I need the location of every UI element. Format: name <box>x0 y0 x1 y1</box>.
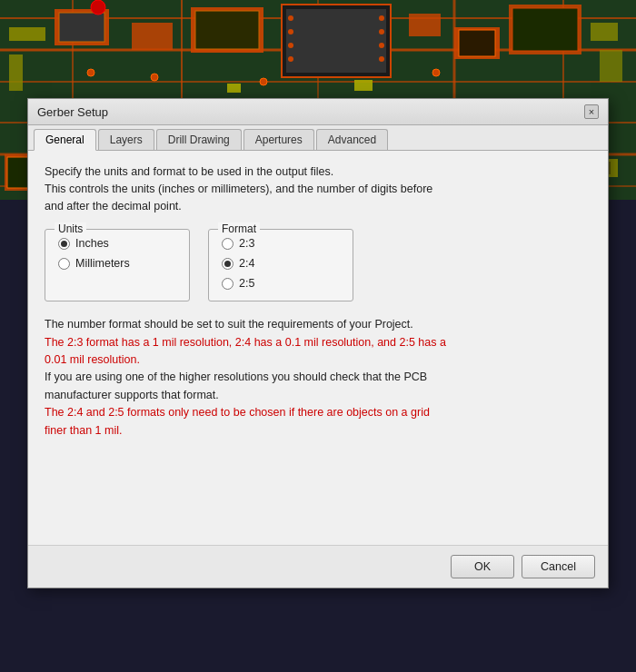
info-line-7: finer than 1 mil. <box>45 422 591 440</box>
format-2-3-label: 2:3 <box>239 237 254 250</box>
dialog-titlebar: Gerber Setup × <box>28 99 608 125</box>
svg-point-39 <box>91 0 105 15</box>
tabs-bar: General Layers Drill Drawing Apertures A… <box>28 125 608 151</box>
millimeters-label: Millimeters <box>75 257 130 270</box>
info-line-1: The number format should be set to suit … <box>45 316 591 333</box>
units-group: Units Inches Millimeters <box>45 229 190 301</box>
format-2-5-label: 2:5 <box>239 277 254 290</box>
info-line-6: The 2:4 and 2:5 formats only need to be … <box>45 404 591 421</box>
pcb-background-top <box>0 0 636 100</box>
tab-advanced[interactable]: Advanced <box>316 129 388 150</box>
ok-button[interactable]: OK <box>451 555 514 578</box>
radio-2-3[interactable]: 2:3 <box>222 237 340 250</box>
info-text-block: The number format should be set to suit … <box>45 316 591 440</box>
radio-btn-2-4[interactable] <box>222 258 234 270</box>
intro-text-block: Specify the units and format to be used … <box>45 163 591 214</box>
svg-rect-32 <box>600 50 622 82</box>
info-line-4: If you are using one of the higher resol… <box>45 369 591 386</box>
radio-2-5[interactable]: 2:5 <box>222 277 340 290</box>
radio-btn-2-5[interactable] <box>222 278 234 290</box>
svg-rect-24 <box>409 14 441 36</box>
svg-rect-37 <box>354 80 373 91</box>
tab-general[interactable]: General <box>34 129 96 151</box>
svg-rect-15 <box>286 9 386 73</box>
svg-point-34 <box>151 74 158 81</box>
tab-drill-drawing[interactable]: Drill Drawing <box>156 129 242 150</box>
format-group: Format 2:3 2:4 2:5 <box>208 229 353 301</box>
radio-btn-millimeters[interactable] <box>58 258 70 270</box>
svg-rect-38 <box>227 84 241 93</box>
options-row: Units Inches Millimeters Format 2:3 <box>45 229 591 301</box>
radio-inches[interactable]: Inches <box>58 237 176 250</box>
intro-line2: This controls the units (inches or milli… <box>45 181 591 198</box>
units-legend: Units <box>55 222 86 235</box>
svg-rect-29 <box>9 27 45 41</box>
format-2-4-label: 2:4 <box>239 257 254 270</box>
dialog-gerber-setup: Gerber Setup × General Layers Drill Draw… <box>27 98 609 588</box>
svg-point-19 <box>288 56 293 62</box>
info-line-3: 0.01 mil resolution. <box>45 351 591 369</box>
tab-layers[interactable]: Layers <box>98 129 154 150</box>
radio-btn-2-3[interactable] <box>222 238 234 250</box>
svg-point-36 <box>432 69 440 76</box>
svg-rect-26 <box>459 30 495 56</box>
radio-btn-inches[interactable] <box>58 238 70 250</box>
intro-line3: and after the decimal point. <box>45 198 591 215</box>
close-button[interactable]: × <box>584 104 599 119</box>
svg-point-23 <box>379 56 384 62</box>
intro-line1: Specify the units and format to be used … <box>45 163 591 181</box>
svg-rect-31 <box>591 23 618 41</box>
cancel-button[interactable]: Cancel <box>522 555 595 578</box>
inches-label: Inches <box>75 237 109 250</box>
dialog-content-area: Specify the units and format to be used … <box>28 151 608 561</box>
svg-rect-30 <box>9 54 23 91</box>
svg-rect-10 <box>59 13 104 42</box>
svg-point-22 <box>379 43 384 48</box>
svg-rect-11 <box>132 23 173 50</box>
svg-rect-13 <box>195 11 259 49</box>
svg-rect-28 <box>512 8 578 51</box>
radio-2-4[interactable]: 2:4 <box>222 257 340 270</box>
svg-point-35 <box>260 78 267 85</box>
info-line-5: manufacturer supports that format. <box>45 387 591 404</box>
info-line-2: The 2:3 format has a 1 mil resolution, 2… <box>45 334 591 351</box>
format-legend: Format <box>218 222 260 235</box>
dialog-buttons: OK Cancel <box>28 545 608 588</box>
svg-point-20 <box>379 15 384 21</box>
svg-point-16 <box>288 15 293 21</box>
svg-point-17 <box>288 29 293 35</box>
tab-apertures[interactable]: Apertures <box>243 129 314 150</box>
svg-point-21 <box>379 29 384 35</box>
svg-point-33 <box>87 69 94 76</box>
dialog-title: Gerber Setup <box>37 105 108 119</box>
svg-point-18 <box>288 43 293 48</box>
radio-millimeters[interactable]: Millimeters <box>58 257 176 270</box>
